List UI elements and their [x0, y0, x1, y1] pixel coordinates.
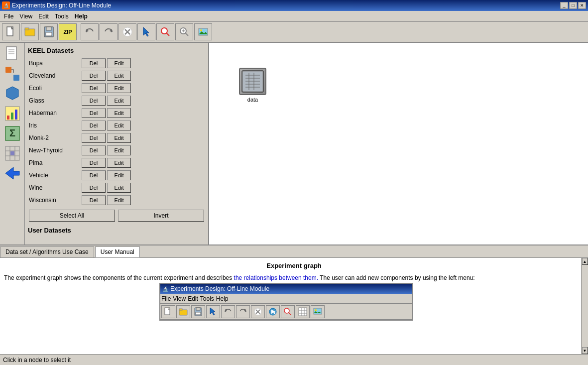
del-newthyroid-button[interactable]: Del: [82, 145, 106, 155]
redo-button[interactable]: [100, 23, 118, 40]
edit-ecoli-button[interactable]: Edit: [107, 83, 131, 93]
scroll-down-arrow[interactable]: ▼: [582, 347, 588, 354]
del-pima-button[interactable]: Del: [82, 158, 106, 168]
select-all-button[interactable]: Select All: [29, 210, 115, 222]
menu-tools[interactable]: Tools: [52, 12, 72, 21]
undo-button[interactable]: [81, 23, 99, 40]
edit-iris-button[interactable]: Edit: [107, 121, 131, 130]
sidebar-transform-icon[interactable]: [3, 65, 21, 83]
dataset-name-vehicle: Vehicle: [27, 172, 82, 179]
svg-marker-11: [143, 27, 149, 36]
del-vehicle-button[interactable]: Del: [82, 170, 106, 180]
edit-cleveland-button[interactable]: Edit: [107, 71, 131, 81]
svg-rect-4: [46, 27, 51, 30]
tab-user-manual[interactable]: User Manual: [95, 246, 140, 257]
svg-marker-55: [210, 308, 215, 315]
tab-content: Experiment graph The experiment graph sh…: [0, 258, 588, 354]
dataset-name-pima: Pima: [27, 159, 82, 166]
svg-rect-38: [10, 151, 14, 155]
edit-vehicle-button[interactable]: Edit: [107, 170, 131, 180]
menu-help[interactable]: Help: [72, 12, 91, 21]
dataset-panel: KEEL Datasets Bupa Del Edit Cleveland De…: [25, 43, 209, 244]
window-controls: _ □ ✕: [560, 2, 586, 9]
sidebar-page-icon[interactable]: [3, 45, 21, 63]
open-button[interactable]: [21, 23, 39, 40]
table-row: Haberman Del Edit: [27, 107, 206, 119]
svg-line-15: [185, 33, 188, 36]
experiment-paragraph-blue: the relationships between them.: [234, 274, 318, 281]
del-bupa-button[interactable]: Del: [82, 58, 106, 68]
zip-button[interactable]: ZIP: [59, 23, 77, 40]
svg-rect-54: [196, 312, 201, 315]
sidebar-arrow-icon[interactable]: [3, 164, 21, 182]
edit-newthyroid-button[interactable]: Edit: [107, 145, 131, 155]
tab-dataset-algorithms[interactable]: Data set / Algorithms Use Case: [0, 246, 94, 257]
image-button[interactable]: [194, 23, 212, 40]
dataset-name-haberman: Haberman: [27, 110, 82, 117]
sidebar-3d-icon[interactable]: [3, 85, 21, 103]
del-glass-button[interactable]: Del: [82, 96, 106, 106]
data-icon: [239, 68, 266, 95]
close-button[interactable]: ✕: [578, 2, 586, 9]
nested-redo-button: [236, 305, 250, 318]
window-title: Experiments Design: Off-Line Module: [12, 2, 111, 9]
nested-cursor-button: [266, 305, 280, 318]
nested-window: 🔬 Experiments Design: Off-Line Module Fi…: [159, 283, 413, 321]
save-button[interactable]: [40, 23, 58, 40]
edit-haberman-button[interactable]: Edit: [107, 108, 131, 118]
edit-bupa-button[interactable]: Edit: [107, 58, 131, 68]
zoom-button[interactable]: [175, 23, 193, 40]
svg-rect-53: [196, 308, 200, 310]
del-iris-button[interactable]: Del: [82, 121, 106, 130]
invert-button[interactable]: Invert: [118, 210, 204, 222]
sidebar-grid-icon[interactable]: [3, 144, 21, 162]
dataset-name-glass: Glass: [27, 97, 82, 104]
search-button[interactable]: [156, 23, 174, 40]
svg-point-63: [284, 308, 289, 313]
edit-wine-button[interactable]: Edit: [107, 183, 131, 193]
del-monk2-button[interactable]: Del: [82, 133, 106, 143]
svg-line-64: [289, 313, 291, 315]
tab-scrollbar[interactable]: ▲ ▼: [581, 258, 588, 354]
tab-bar: Data set / Algorithms Use Case User Manu…: [0, 245, 588, 258]
table-row: Pima Del Edit: [27, 157, 206, 169]
svg-point-71: [315, 309, 317, 311]
sidebar-chart-icon[interactable]: [3, 105, 21, 122]
menu-file[interactable]: File: [1, 12, 16, 21]
minimize-button[interactable]: _: [560, 2, 568, 9]
edit-glass-button[interactable]: Edit: [107, 96, 131, 106]
tab-content-inner: Experiment graph The experiment graph sh…: [4, 262, 584, 282]
new-button[interactable]: [2, 23, 20, 40]
edit-monk2-button[interactable]: Edit: [107, 133, 131, 143]
table-row: Monk-2 Del Edit: [27, 132, 206, 144]
svg-rect-24: [5, 67, 11, 73]
user-datasets-title: User Datasets: [27, 225, 206, 236]
svg-rect-70: [314, 308, 322, 314]
svg-line-13: [166, 33, 169, 36]
svg-rect-29: [11, 113, 13, 120]
edit-wisconsin-button[interactable]: Edit: [107, 195, 131, 205]
pointer-button[interactable]: [137, 23, 155, 40]
svg-rect-50: [179, 310, 187, 315]
scroll-up-arrow[interactable]: ▲: [582, 258, 588, 265]
maximize-button[interactable]: □: [569, 2, 577, 9]
dataset-name-bupa: Bupa: [27, 60, 82, 67]
menu-edit[interactable]: Edit: [35, 12, 52, 21]
del-ecoli-button[interactable]: Del: [82, 83, 106, 93]
table-row: New-Thyroid Del Edit: [27, 144, 206, 156]
data-icon-container[interactable]: data: [239, 68, 266, 103]
del-wine-button[interactable]: Del: [82, 183, 106, 193]
del-wisconsin-button[interactable]: Del: [82, 195, 106, 205]
bottom-section: Data set / Algorithms Use Case User Manu…: [0, 244, 588, 354]
del-haberman-button[interactable]: Del: [82, 108, 106, 118]
sidebar-sigma-icon[interactable]: Σ: [3, 124, 21, 142]
edit-pima-button[interactable]: Edit: [107, 158, 131, 168]
stop-button[interactable]: [118, 23, 136, 40]
nested-menu-help: Help: [216, 295, 229, 302]
experiment-graph-title: Experiment graph: [4, 262, 584, 269]
select-invert-row: Select All Invert: [27, 207, 206, 225]
menu-view[interactable]: View: [16, 12, 35, 21]
del-cleveland-button[interactable]: Del: [82, 71, 106, 81]
nested-menu-tools: Tools: [200, 295, 214, 302]
dataset-scroll[interactable]: KEEL Datasets Bupa Del Edit Cleveland De…: [25, 43, 208, 244]
